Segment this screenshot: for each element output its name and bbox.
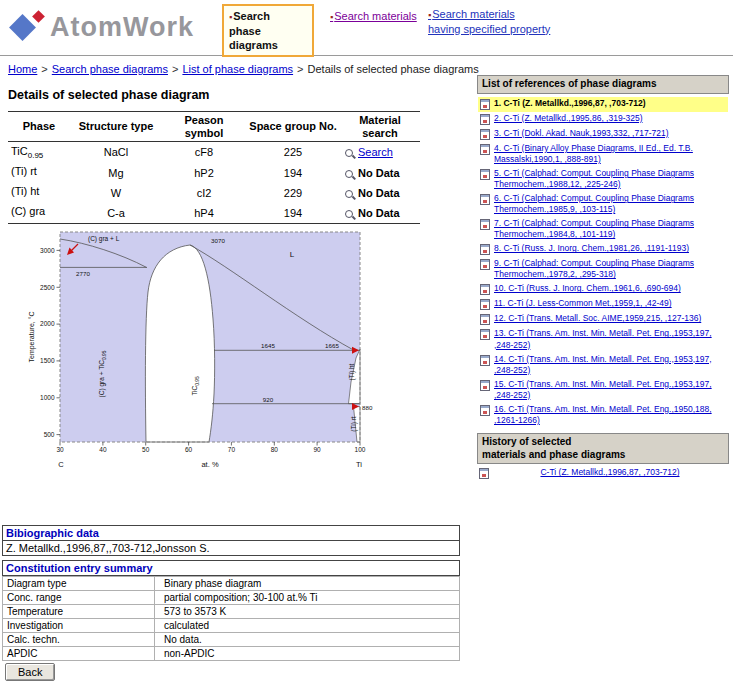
reference-item[interactable]: 11. C-Ti (J. Less-Common Met.,1959,1, ,4… bbox=[478, 297, 728, 312]
reference-link[interactable]: 7. C-Ti (Calphad: Comput. Coupling Phase… bbox=[494, 218, 726, 240]
nav-search-materials[interactable]: ▪Search materials bbox=[330, 10, 417, 22]
constitution-value: non-APDIC bbox=[155, 647, 460, 661]
reference-link[interactable]: 8. C-Ti (Russ. J. Inorg. Chem.,1981,26, … bbox=[494, 243, 689, 254]
reference-item[interactable]: 10. C-Ti (Russ. J. Inorg. Chem.,1961,6, … bbox=[478, 282, 728, 297]
breadcrumb-current: Details of selected phase diagrams bbox=[308, 63, 479, 75]
constitution-label: Diagram type bbox=[3, 577, 155, 591]
reference-item[interactable]: 3. C-Ti (Dokl. Akad. Nauk,1993,332, ,717… bbox=[478, 127, 728, 142]
phase-table-header-row: Phase Structure type Peasonsymbol Space … bbox=[8, 112, 420, 142]
history-panel-title: History of selected materials and phase … bbox=[477, 433, 729, 464]
reference-item[interactable]: 14. C-Ti (Trans. Am. Inst. Min. Metall. … bbox=[478, 352, 728, 377]
constitution-row: Temperature573 to 3573 K bbox=[3, 605, 460, 619]
bullet-icon: ▪ bbox=[229, 12, 232, 22]
reference-item[interactable]: 13. C-Ti (Trans. Am. Inst. Min. Metall. … bbox=[478, 327, 728, 352]
reference-link[interactable]: 1. C-Ti (Z. Metallkd.,1996,87, ,703-712) bbox=[494, 98, 646, 109]
reference-item[interactable]: 2. C-Ti (Z. Metallkd.,1995,86, ,319-325) bbox=[478, 112, 728, 127]
reference-link[interactable]: 15. C-Ti (Trans. Am. Inst. Min. Metall. … bbox=[494, 379, 726, 401]
bullet-icon: ▪ bbox=[330, 12, 333, 22]
nav-search-phase-diagrams[interactable]: ▪Search phase diagrams bbox=[222, 4, 314, 57]
reference-item[interactable]: 16. C-Ti (Trans. Am. Inst. Min. Metall. … bbox=[478, 402, 728, 427]
history-link[interactable]: C-Ti (Z. Metallkd.,1996,87, ,703-712) bbox=[540, 467, 679, 478]
invariant-label: 920 bbox=[263, 396, 274, 403]
breadcrumb-home[interactable]: Home bbox=[8, 63, 37, 75]
region-label: L bbox=[290, 250, 295, 259]
document-icon bbox=[480, 284, 490, 295]
reference-link[interactable]: 5. C-Ti (Calphad: Comput. Coupling Phase… bbox=[494, 168, 726, 190]
invariant-label: 880 bbox=[362, 404, 373, 411]
reference-link[interactable]: 10. C-Ti (Russ. J. Inorg. Chem.,1961,6, … bbox=[494, 283, 681, 294]
reference-link[interactable]: 6. C-Ti (Calphad: Comput. Coupling Phase… bbox=[494, 193, 726, 215]
constitution-label: APDIC bbox=[3, 647, 155, 661]
constitution-section: Constitution entry summary Diagram typeB… bbox=[2, 560, 460, 661]
document-icon bbox=[480, 259, 490, 270]
x-tick-label: 30 bbox=[56, 446, 64, 453]
reference-item[interactable]: 12. C-Ti (Trans. Metall. Soc. AIME,1959,… bbox=[478, 312, 728, 327]
reference-item-selected[interactable]: 1. C-Ti (Z. Metallkd.,1996,87, ,703-712) bbox=[478, 97, 728, 112]
constitution-table: Diagram typeBinary phase diagram Conc. r… bbox=[2, 576, 460, 661]
magnifier-icon bbox=[345, 170, 353, 178]
breadcrumb-list-of-phase-diagrams[interactable]: List of phase diagrams bbox=[182, 63, 293, 75]
no-data-label: No Data bbox=[358, 187, 400, 199]
phase-row: (Ti) ht W cI2 229 No Data bbox=[8, 183, 420, 203]
reference-link[interactable]: 12. C-Ti (Trans. Metall. Soc. AIME,1959,… bbox=[494, 313, 701, 324]
reference-link[interactable]: 9. C-Ti (Calphad: Comput. Coupling Phase… bbox=[494, 258, 726, 280]
reference-link[interactable]: 14. C-Ti (Trans. Am. Inst. Min. Metall. … bbox=[494, 354, 726, 376]
x-axis-title: at. % bbox=[201, 460, 218, 469]
phase-name: TiC0.95 bbox=[8, 142, 70, 163]
reference-link[interactable]: 3. C-Ti (Dokl. Akad. Nauk,1993,332, ,717… bbox=[494, 128, 669, 139]
back-button[interactable]: Back bbox=[5, 663, 55, 681]
x-axis-right-element: Ti bbox=[356, 460, 362, 469]
material-search-cell: Search bbox=[340, 142, 420, 163]
reference-item[interactable]: 4. C-Ti (Binary Alloy Phase Diagrams, II… bbox=[478, 142, 728, 167]
document-icon bbox=[480, 299, 490, 310]
nav-search-materials-property[interactable]: ▪Search materials having specified prope… bbox=[428, 7, 550, 36]
reference-item[interactable]: 6. C-Ti (Calphad: Comput. Coupling Phase… bbox=[478, 192, 728, 217]
material-search-link[interactable]: Search bbox=[358, 146, 393, 158]
y-tick-label: 2000 bbox=[40, 320, 55, 327]
y-axis-title: Temperature, °C bbox=[28, 311, 36, 362]
pearson-symbol: hP2 bbox=[162, 162, 246, 182]
reference-link[interactable]: 13. C-Ti (Trans. Am. Inst. Min. Metall. … bbox=[494, 328, 726, 350]
nav-label: phase diagrams bbox=[229, 24, 307, 53]
phase-table: Phase Structure type Peasonsymbol Space … bbox=[8, 111, 420, 224]
reference-item[interactable]: 7. C-Ti (Calphad: Comput. Coupling Phase… bbox=[478, 217, 728, 242]
col-header-material-search: Materialsearch bbox=[340, 112, 420, 142]
x-tick-label: 40 bbox=[99, 446, 107, 453]
reference-link[interactable]: 11. C-Ti (J. Less-Common Met.,1959,1, ,4… bbox=[494, 298, 672, 309]
document-icon bbox=[480, 99, 490, 110]
phase-diagram-chart: 500 1000 1500 2000 2500 3000 30 40 50 60… bbox=[25, 224, 380, 474]
reference-item[interactable]: 15. C-Ti (Trans. Am. Inst. Min. Metall. … bbox=[478, 377, 728, 402]
document-icon bbox=[480, 405, 490, 416]
constitution-label: Calc. techn. bbox=[3, 633, 155, 647]
constitution-title: Constitution entry summary bbox=[2, 560, 460, 576]
reference-item[interactable]: 8. C-Ti (Russ. J. Inorg. Chem.,1981,26, … bbox=[478, 242, 728, 257]
reference-link[interactable]: 16. C-Ti (Trans. Am. Inst. Min. Metall. … bbox=[494, 404, 726, 426]
document-icon bbox=[480, 314, 490, 325]
constitution-row: APDICnon-APDIC bbox=[3, 647, 460, 661]
space-group-no: 194 bbox=[246, 203, 340, 224]
pearson-symbol: cI2 bbox=[162, 183, 246, 203]
page-title: Details of selected phase diagram bbox=[8, 88, 209, 102]
y-tick-label: 500 bbox=[44, 431, 55, 438]
phase-row: TiC0.95 NaCl cF8 225 Search bbox=[8, 142, 420, 163]
document-icon bbox=[479, 468, 489, 479]
magnifier-icon bbox=[345, 210, 353, 218]
breadcrumb: Home>Search phase diagrams>List of phase… bbox=[8, 63, 479, 75]
reference-item[interactable]: 9. C-Ti (Calphad: Comput. Coupling Phase… bbox=[478, 257, 728, 282]
reference-item[interactable]: 5. C-Ti (Calphad: Comput. Coupling Phase… bbox=[478, 167, 728, 192]
magnifier-icon bbox=[345, 149, 353, 157]
constitution-row: Diagram typeBinary phase diagram bbox=[3, 577, 460, 591]
breadcrumb-search-phase-diagrams[interactable]: Search phase diagrams bbox=[52, 63, 168, 75]
x-tick-label: 100 bbox=[355, 446, 366, 453]
col-header-space-group: Space group No. bbox=[246, 112, 340, 142]
reference-link[interactable]: 4. C-Ti (Binary Alloy Phase Diagrams, II… bbox=[494, 143, 726, 165]
document-icon bbox=[480, 355, 490, 366]
reference-link[interactable]: 2. C-Ti (Z. Metallkd.,1995,86, ,319-325) bbox=[494, 113, 643, 124]
history-item[interactable]: C-Ti (Z. Metallkd.,1996,87, ,703-712) bbox=[477, 464, 729, 482]
phase-row: (C) gra C-a hP4 194 No Data bbox=[8, 203, 420, 224]
invariant-label: 1665 bbox=[325, 342, 339, 349]
space-group-no: 225 bbox=[246, 142, 340, 163]
document-icon bbox=[480, 114, 490, 125]
diamond-blue-icon bbox=[9, 14, 36, 41]
atomwork-logo: AtomWork bbox=[8, 8, 194, 46]
